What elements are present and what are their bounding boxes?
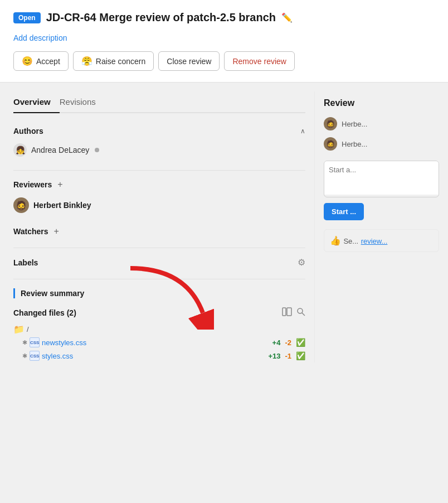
secondary-review-link[interactable]: review...	[361, 237, 388, 245]
labels-title: Labels	[13, 258, 38, 267]
author-item: 👧 Andrea DeLacey	[13, 141, 305, 159]
css-badge-1: CSS	[30, 337, 40, 347]
files-view-icon[interactable]	[282, 307, 292, 318]
svg-point-2	[298, 308, 303, 313]
changed-files-header: Changed files (2)	[13, 307, 305, 318]
svg-rect-0	[283, 308, 286, 316]
changed-files-title: Changed files (2)	[13, 308, 76, 317]
raise-concern-button[interactable]: 😤 Raise concern	[73, 51, 154, 71]
file-row-2: ✱ CSS styles.css +13 -1 ✅	[13, 349, 305, 362]
page-title: JD-CR-64 Merge review of patch-2.5 branc…	[46, 11, 276, 24]
online-indicator	[95, 148, 99, 152]
file-icons	[282, 307, 305, 318]
accept-button[interactable]: 😊 Accept	[13, 51, 69, 71]
labels-section: Labels ⚙	[13, 257, 305, 268]
accept-label: Accept	[36, 57, 60, 66]
divider-2	[13, 248, 305, 248]
watchers-header: Watchers +	[13, 226, 305, 236]
divider-1	[13, 170, 305, 171]
open-badge: Open	[13, 12, 41, 23]
title-text: Merge review of patch-2.5 branch	[99, 11, 276, 23]
svg-rect-1	[287, 308, 291, 316]
header-card: Open JD-CR-64 Merge review of patch-2.5 …	[0, 0, 448, 83]
action-buttons: 😊 Accept 😤 Raise concern Close review Re…	[13, 51, 435, 71]
thumb-icon: 👍	[330, 236, 341, 245]
file-add-1: +4	[272, 338, 281, 347]
asterisk-icon-1: ✱	[22, 339, 27, 346]
file-link-1[interactable]: newstyles.css	[42, 338, 86, 347]
remove-review-button[interactable]: Remove review	[224, 51, 294, 71]
edit-icon[interactable]: ✏️	[281, 12, 293, 23]
files-search-icon[interactable]	[296, 307, 305, 318]
authors-title: Authors	[13, 127, 43, 136]
content-area: Overview Revisions Authors ∧ 👧 Andrea De…	[0, 91, 448, 362]
reviewer-avatar: 🧔	[13, 197, 29, 213]
tab-overview[interactable]: Overview	[13, 91, 60, 113]
secondary-review-text: Se...	[343, 237, 358, 245]
close-review-button[interactable]: Close review	[158, 51, 220, 71]
reviewer-panel-item-1: 🧔 Herbe...	[324, 114, 439, 134]
add-reviewer-icon[interactable]: +	[57, 180, 62, 190]
right-panel-title: Review	[324, 91, 439, 114]
folder-path: /	[27, 325, 29, 333]
remove-label: Remove review	[232, 57, 286, 66]
accept-emoji: 😊	[22, 56, 33, 66]
file-remove-1: -2	[285, 338, 291, 347]
folder-row: 📁 /	[13, 323, 305, 336]
tabs: Overview Revisions	[13, 91, 305, 113]
folder-icon: 📁	[13, 324, 25, 335]
start-label: Start ...	[332, 207, 356, 216]
raise-emoji: 😤	[81, 56, 92, 66]
asterisk-icon-2: ✱	[22, 352, 27, 360]
reviewer-item: 🧔 Herbert Binkley	[13, 195, 305, 215]
reviewer-panel-name-2: Herbe...	[342, 140, 367, 148]
reviewer-name: Herbert Binkley	[33, 201, 91, 210]
file-link-2[interactable]: styles.css	[42, 352, 73, 360]
left-panel: Overview Revisions Authors ∧ 👧 Andrea De…	[0, 91, 314, 362]
secondary-review-card: 👍 Se... review...	[324, 229, 439, 252]
cr-id: JD-CR-64	[46, 11, 96, 23]
reviewers-header: Reviewers +	[13, 180, 305, 190]
css-badge-2: CSS	[30, 351, 40, 361]
tab-revisions[interactable]: Revisions	[60, 91, 105, 113]
file-remove-2: -1	[285, 352, 291, 360]
reviewer-panel-avatar-1: 🧔	[324, 117, 337, 130]
title-row: Open JD-CR-64 Merge review of patch-2.5 …	[13, 11, 435, 24]
close-label: Close review	[167, 57, 211, 66]
divider-3	[13, 279, 305, 279]
file-add-2: +13	[268, 352, 280, 360]
comment-box	[324, 161, 439, 197]
author-name: Andrea DeLacey	[31, 146, 89, 154]
file-check-2: ✅	[296, 351, 305, 360]
changed-files-section: Changed files (2)	[13, 307, 305, 362]
reviewer-panel-item-2: 🧔 Herbe...	[324, 134, 439, 154]
raise-label: Raise concern	[96, 57, 146, 66]
add-watcher-icon[interactable]: +	[54, 226, 59, 236]
review-summary-title: Review summary	[21, 289, 84, 298]
reviewer-panel-name-1: Herbe...	[342, 120, 367, 128]
authors-header: Authors ∧	[13, 127, 305, 136]
right-panel: Review 🧔 Herbe... 🧔 Herbe... Start ... 👍…	[314, 91, 448, 362]
authors-section: Authors ∧ 👧 Andrea DeLacey	[13, 127, 305, 159]
watchers-title: Watchers	[13, 227, 48, 236]
file-row-1: ✱ CSS newstyles.css +4 -2 ✅	[13, 336, 305, 349]
labels-gear-icon[interactable]: ⚙	[298, 257, 305, 268]
reviewers-section: Reviewers + 🧔 Herbert Binkley	[13, 180, 305, 215]
file-check-1: ✅	[296, 338, 305, 347]
file-stats-2: +13 -1 ✅	[268, 351, 305, 360]
comment-textarea[interactable]	[324, 161, 439, 195]
labels-header: Labels ⚙	[13, 257, 305, 268]
svg-line-3	[302, 313, 305, 316]
watchers-section: Watchers +	[13, 226, 305, 236]
authors-collapse-icon[interactable]: ∧	[300, 127, 305, 135]
add-description-link[interactable]: Add description	[13, 33, 67, 42]
review-summary: Review summary	[13, 288, 305, 298]
author-avatar: 👧	[13, 143, 27, 157]
file-stats-1: +4 -2 ✅	[272, 338, 305, 347]
reviewer-panel-avatar-2: 🧔	[324, 137, 337, 151]
start-review-button[interactable]: Start ...	[324, 203, 364, 220]
reviewers-title: Reviewers	[13, 180, 52, 189]
